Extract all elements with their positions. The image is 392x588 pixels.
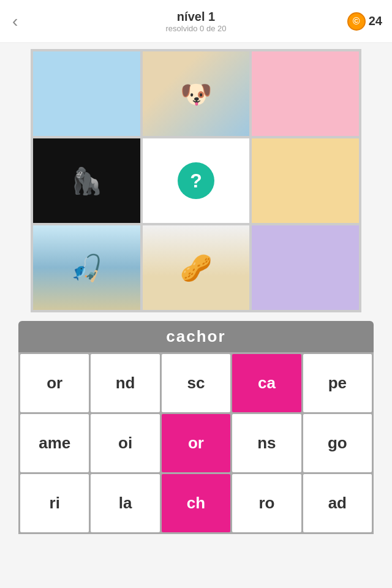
letter-cell-lc5[interactable]: pe (303, 354, 372, 412)
letter-cell-lc6[interactable]: ame (20, 414, 89, 472)
header: ‹ nível 1 resolvido 0 de 20 © 24 (0, 0, 392, 43)
gorilla-image: 🦍 (33, 138, 140, 223)
coin-icon: © (347, 12, 366, 31)
letter-grid-wrapper: orndsccapeameoiornsgorilachroad (18, 352, 374, 534)
letter-cell-lc8[interactable]: or (162, 414, 230, 472)
nuts-image: 🥜 (143, 225, 250, 310)
grid-cell-r2c3 (252, 138, 359, 223)
letter-cell-lc9[interactable]: ns (232, 414, 301, 472)
coin-count: 24 (369, 14, 382, 28)
puppy-image: 🐶 (143, 51, 250, 136)
letter-cell-lc13[interactable]: ch (162, 474, 230, 532)
image-grid: 🐶 🦍 ? 🎣 🥜 (31, 49, 361, 312)
level-title: nível 1 (165, 10, 226, 24)
grid-cell-r1c3 (252, 51, 359, 136)
grid-cell-r1c2: 🐶 (143, 51, 250, 136)
grid-cell-r1c1 (33, 51, 140, 136)
letter-grid: orndsccapeameoiornsgorilachroad (20, 354, 372, 532)
letter-cell-lc12[interactable]: la (91, 474, 159, 532)
letter-cell-lc15[interactable]: ad (303, 474, 372, 532)
progress-subtitle: resolvido 0 de 20 (165, 24, 226, 33)
grid-cell-r3c2: 🥜 (143, 225, 250, 310)
grid-cell-r2c2: ? (143, 138, 250, 223)
coins-badge: © 24 (347, 12, 382, 31)
fisherman-image: 🎣 (33, 225, 140, 310)
letter-cell-lc11[interactable]: ri (20, 474, 89, 532)
question-mark-button[interactable]: ? (178, 162, 214, 199)
letter-cell-lc3[interactable]: sc (162, 354, 230, 412)
letter-cell-lc14[interactable]: ro (232, 474, 301, 532)
letter-cell-lc10[interactable]: go (303, 414, 372, 472)
back-button[interactable]: ‹ (12, 12, 18, 31)
letter-cell-lc7[interactable]: oi (91, 414, 159, 472)
grid-cell-r3c3 (252, 225, 359, 310)
grid-cell-r2c1: 🦍 (33, 138, 140, 223)
header-title-block: nível 1 resolvido 0 de 20 (165, 10, 226, 33)
letter-cell-lc1[interactable]: or (20, 354, 89, 412)
letter-cell-lc2[interactable]: nd (91, 354, 159, 412)
word-display: cachor (166, 327, 225, 345)
grid-cell-r3c1: 🎣 (33, 225, 140, 310)
letter-cell-lc4[interactable]: ca (232, 354, 301, 412)
word-display-container: cachor (18, 321, 374, 352)
